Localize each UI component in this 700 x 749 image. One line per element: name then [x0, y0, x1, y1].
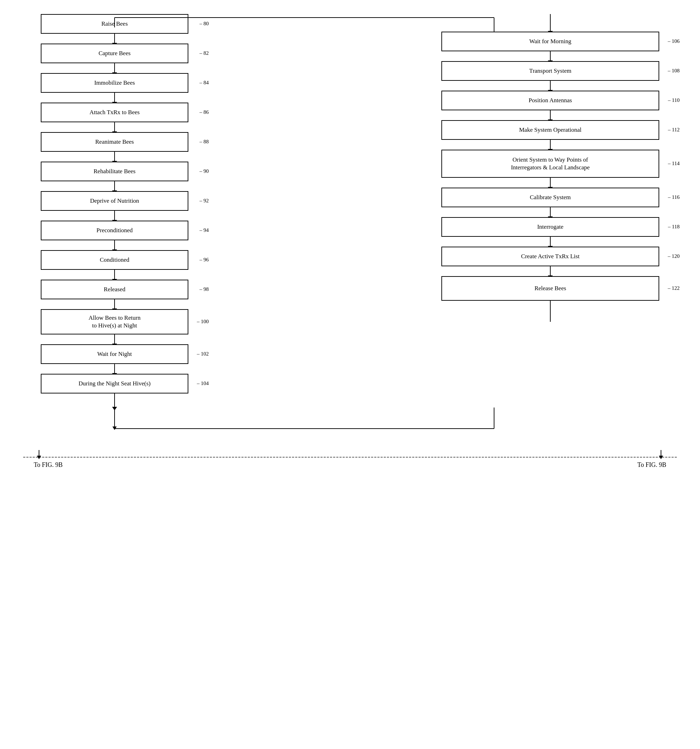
box-rehabilitate-bees: Rehabilitate Bees – 90 [41, 162, 188, 181]
ref-110: – 110 [668, 97, 680, 104]
label-wait-morning: Wait for Morning [529, 38, 571, 45]
label-wait-night: Wait for Night [97, 350, 132, 358]
arrow-5-6 [114, 181, 115, 191]
box-calibrate-system: Calibrate System – 116 [441, 188, 659, 207]
box-night-seat-hive: During the Night Seat Hive(s) – 104 [41, 374, 188, 393]
ref-118: – 118 [668, 223, 680, 231]
left-dash-arrow [34, 450, 44, 460]
label-preconditioned: Preconditioned [96, 226, 133, 234]
diagram-container: Raise Bees – 80 Capture Bees – 82 Immobi… [16, 0, 684, 490]
label-night-seat-hive: During the Night Seat Hive(s) [79, 380, 151, 388]
box-raise-bees: Raise Bees – 80 [41, 14, 188, 34]
ref-98: – 98 [200, 286, 209, 293]
right-column: Wait for Morning – 106 Transport System … [424, 14, 677, 322]
ref-102: – 102 [197, 351, 209, 358]
label-calibrate-system: Calibrate System [530, 194, 571, 201]
ref-114: – 114 [668, 160, 680, 167]
dashed-line-section: To FIG. 9B To FIG. 9B [23, 457, 677, 469]
arrow-1-2 [114, 63, 115, 73]
box-wait-night: Wait for Night – 102 [41, 344, 188, 364]
box-allow-bees-return: Allow Bees to Return to Hive(s) at Night… [41, 309, 188, 335]
arrow-r5-r6 [550, 207, 551, 217]
box-immobilize-bees: Immobilize Bees – 84 [41, 73, 188, 93]
bottom-connector-section [23, 408, 677, 450]
arrow-104-bottom [114, 393, 115, 408]
label-reanimate-bees: Reanimate Bees [95, 138, 134, 146]
ref-86: – 86 [200, 109, 209, 116]
ref-116: – 116 [668, 194, 680, 201]
arrow-6-7 [114, 211, 115, 221]
label-to-fig-9b-right: To FIG. 9B [637, 461, 666, 469]
ref-108: – 108 [668, 67, 680, 75]
right-dash-arrow [656, 450, 666, 460]
ref-100: – 100 [197, 318, 209, 325]
label-raise-bees: Raise Bees [101, 20, 127, 28]
top-connector-right [550, 14, 551, 32]
label-immobilize-bees: Immobilize Bees [94, 79, 135, 87]
left-column: Raise Bees – 80 Capture Bees – 82 Immobi… [23, 14, 206, 408]
label-orient-system: Orient System to Way Points of Interrega… [511, 156, 590, 171]
ref-84: – 84 [200, 79, 209, 86]
box-capture-bees: Capture Bees – 82 [41, 44, 188, 63]
arrow-r7-r8 [550, 266, 551, 276]
label-release-bees: Release Bees [535, 284, 566, 292]
ref-94: – 94 [200, 227, 209, 234]
label-position-antennas: Position Antennas [528, 96, 572, 104]
label-deprive-nutrition: Deprive of Nutrition [90, 197, 139, 205]
arrow-r8-bottom [550, 301, 551, 322]
box-preconditioned: Preconditioned – 94 [41, 221, 188, 240]
ref-112: – 112 [668, 127, 680, 133]
ref-104: – 104 [197, 380, 209, 387]
box-release-bees: Release Bees – 122 [441, 276, 659, 301]
box-orient-system: Orient System to Way Points of Interrega… [441, 150, 659, 178]
arrow-r3-r4 [550, 140, 551, 150]
arrow-r4-r5 [550, 178, 551, 188]
arrow-r6-r7 [550, 237, 551, 247]
ref-106: – 106 [668, 38, 680, 45]
arrow-3-4 [114, 122, 115, 132]
ref-90: – 90 [200, 168, 209, 175]
arrow-2-3 [114, 93, 115, 102]
ref-122: – 122 [668, 285, 680, 292]
label-attach-txrx: Attach TxRx to Bees [90, 109, 140, 116]
box-wait-morning: Wait for Morning – 106 [441, 32, 659, 51]
box-released: Released – 98 [41, 280, 188, 299]
box-position-antennas: Position Antennas – 110 [441, 91, 659, 110]
arrow-0-1 [114, 34, 115, 44]
ref-120: – 120 [668, 253, 680, 260]
box-reanimate-bees: Reanimate Bees – 88 [41, 132, 188, 152]
arrow-r2-r3 [550, 110, 551, 120]
box-deprive-nutrition: Deprive of Nutrition – 92 [41, 191, 188, 211]
box-make-system-operational: Make System Operational – 112 [441, 120, 659, 140]
label-transport-system: Transport System [529, 67, 571, 75]
arrow-10-11 [114, 335, 115, 344]
label-to-fig-9b-left: To FIG. 9B [34, 461, 63, 469]
ref-80: – 80 [200, 20, 209, 28]
box-interrogate: Interrogate – 118 [441, 217, 659, 237]
box-conditioned: Conditioned – 96 [41, 250, 188, 270]
box-transport-system: Transport System – 108 [441, 61, 659, 81]
svg-marker-9 [659, 456, 663, 459]
label-make-system-operational: Make System Operational [519, 126, 582, 134]
ref-82: – 82 [200, 50, 209, 57]
label-create-active-list: Create Active TxRx List [521, 252, 579, 260]
ref-92: – 92 [200, 197, 209, 205]
label-conditioned: Conditioned [100, 256, 129, 264]
bottom-labels: To FIG. 9B To FIG. 9B [23, 461, 677, 469]
label-released: Released [104, 286, 125, 293]
label-rehabilitate-bees: Rehabilitate Bees [93, 168, 135, 175]
label-allow-bees-return: Allow Bees to Return to Hive(s) at Night [89, 314, 141, 330]
arrow-r0-r1 [550, 51, 551, 61]
arrow-7-8 [114, 240, 115, 250]
arrow-4-5 [114, 152, 115, 162]
label-capture-bees: Capture Bees [98, 49, 130, 57]
svg-marker-7 [37, 456, 41, 459]
arrow-8-9 [114, 270, 115, 280]
dashed-line [23, 457, 677, 458]
ref-88: – 88 [200, 138, 209, 145]
arrow-r1-r2 [550, 81, 551, 91]
box-attach-txrx: Attach TxRx to Bees – 86 [41, 102, 188, 122]
box-create-active-list: Create Active TxRx List – 120 [441, 247, 659, 266]
arrow-9-10 [114, 299, 115, 309]
arrow-11-12 [114, 364, 115, 374]
